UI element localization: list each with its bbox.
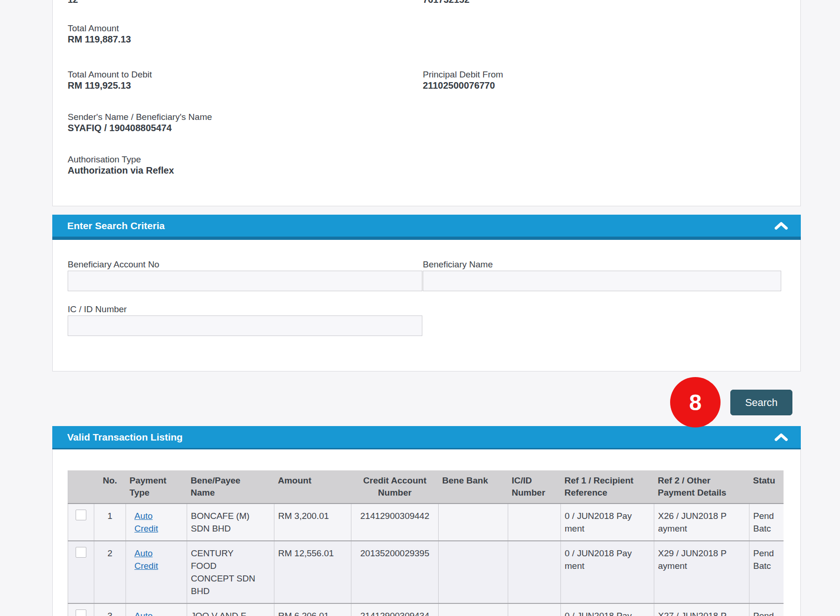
page: 12 761732152 Total Amount RM 119,887.13 … <box>0 0 840 616</box>
clipped-value-left: 12 <box>68 0 78 5</box>
cell-no: 1 <box>94 504 126 541</box>
search-criteria-panel: Beneficiary Account No Beneficiary Name … <box>52 240 801 371</box>
cell-amount: RM 3,200.01 <box>274 504 351 541</box>
beneficiary-account-input[interactable] <box>68 271 422 291</box>
ic-id-number-input[interactable] <box>68 315 422 336</box>
principal-debit-label: Principal Debit From <box>423 70 503 80</box>
col-credit-account-number: Credit Account Number <box>351 470 439 504</box>
cell-credit-account: 21412900309434 <box>351 603 439 616</box>
cell-ic-id <box>508 603 561 616</box>
beneficiary-account-label: Beneficiary Account No <box>68 259 159 270</box>
payment-summary-panel: 12 761732152 Total Amount RM 119,887.13 … <box>52 0 801 206</box>
col-ref1-recipient-reference: Ref 1 / Recipient Reference <box>561 470 654 504</box>
search-criteria-title: Enter Search Criteria <box>67 215 165 237</box>
authorisation-type-label: Authorisation Type <box>68 154 141 165</box>
col-status: Statu <box>749 470 784 504</box>
payment-type-link[interactable]: Auto Credit <box>134 548 158 571</box>
cell-ref1: 0 / JUN2018 Pay ment <box>561 541 654 603</box>
col-ref2-other-payment-details: Ref 2 / Other Payment Details <box>654 470 749 504</box>
cell-ic-id <box>508 504 561 541</box>
table-row: 1 Auto Credit BONCAFE (M) SDN BHD RM 3,2… <box>68 504 784 541</box>
transaction-table: No. Payment Type Bene/Payee Name Amount … <box>68 470 784 616</box>
cell-ref2: X29 / JUN2018 P ayment <box>654 541 749 603</box>
cell-ref1: 0 / JUN2018 Pay ment <box>561 504 654 541</box>
cell-bene-payee-name: BONCAFE (M) SDN BHD <box>187 504 274 541</box>
cell-no: 3 <box>94 603 126 616</box>
col-bene-payee-name: Bene/Payee Name <box>187 470 274 504</box>
total-debit-value: RM 119,925.13 <box>68 80 131 91</box>
col-no: No. <box>94 470 126 504</box>
cell-bene-bank <box>439 603 508 616</box>
row-checkbox[interactable] <box>76 609 86 616</box>
search-criteria-header[interactable]: Enter Search Criteria <box>52 215 801 240</box>
total-debit-label: Total Amount to Debit <box>68 70 152 80</box>
cell-bene-bank <box>439 504 508 541</box>
cell-amount: RM 6,206.01 <box>274 603 351 616</box>
cell-status: Pend Batc <box>749 504 784 541</box>
chevron-up-icon[interactable] <box>774 433 789 442</box>
cell-bene-payee-name: CENTURY FOOD CONCEPT SDN BHD <box>187 541 274 603</box>
transaction-table-viewport[interactable]: No. Payment Type Bene/Payee Name Amount … <box>68 470 784 616</box>
cell-bene-payee-name: JOO V AND F <box>187 603 274 616</box>
total-amount-value: RM 119,887.13 <box>68 34 131 45</box>
sender-name-label: Sender's Name / Beneficiary's Name <box>68 112 212 122</box>
cell-bene-bank <box>439 541 508 603</box>
transaction-listing-title: Valid Transaction Listing <box>67 426 182 448</box>
cell-status: Pend Batc <box>749 541 784 603</box>
cell-no: 2 <box>94 541 126 603</box>
transaction-listing-panel: No. Payment Type Bene/Payee Name Amount … <box>52 449 801 616</box>
cell-ref2: X27 / JUN2018 P ayment <box>654 603 749 616</box>
payment-type-link[interactable]: Auto Credit <box>134 511 158 533</box>
row-checkbox[interactable] <box>76 510 86 520</box>
search-button[interactable]: Search <box>730 390 792 415</box>
cell-amount: RM 12,556.01 <box>274 541 351 603</box>
clipped-value-right: 761732152 <box>423 0 469 5</box>
payment-type-link[interactable]: Auto Credit <box>134 611 158 616</box>
col-payment-type: Payment Type <box>126 470 187 504</box>
row-checkbox[interactable] <box>76 547 86 558</box>
cell-status: Pend Batc <box>749 603 784 616</box>
principal-debit-value: 21102500076770 <box>423 80 495 91</box>
col-ic-id-number: IC/ID Number <box>508 470 561 504</box>
table-header-row: No. Payment Type Bene/Payee Name Amount … <box>68 470 784 504</box>
table-row: 2 Auto Credit CENTURY FOOD CONCEPT SDN B… <box>68 541 784 603</box>
cell-ref1: 0 / JUN2018 Pay ment <box>561 603 654 616</box>
total-amount-label: Total Amount <box>68 23 119 34</box>
sender-name-value: SYAFIQ / 190408805474 <box>68 123 172 133</box>
beneficiary-name-input[interactable] <box>423 271 781 291</box>
authorisation-type-value: Authorization via Reflex <box>68 165 174 176</box>
table-row: 3 Auto Credit JOO V AND F RM 6,206.01 21… <box>68 603 784 616</box>
transaction-listing-header[interactable]: Valid Transaction Listing <box>52 426 801 451</box>
col-bene-bank: Bene Bank <box>439 470 508 504</box>
beneficiary-name-label: Beneficiary Name <box>423 259 493 270</box>
chevron-up-icon[interactable] <box>774 221 789 231</box>
cell-credit-account: 20135200029395 <box>351 541 439 603</box>
col-amount: Amount <box>274 470 351 504</box>
cell-credit-account: 21412900309442 <box>351 504 439 541</box>
step-8-badge: 8 <box>670 377 721 427</box>
cell-ic-id <box>508 541 561 603</box>
ic-id-number-label: IC / ID Number <box>68 304 127 315</box>
col-select <box>68 470 94 504</box>
cell-ref2: X26 / JUN2018 P ayment <box>654 504 749 541</box>
